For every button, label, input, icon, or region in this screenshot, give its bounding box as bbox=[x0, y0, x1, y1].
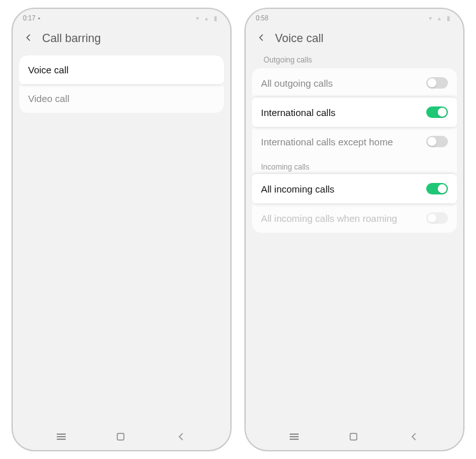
nav-home-icon[interactable] bbox=[115, 431, 126, 442]
nav-back-icon[interactable] bbox=[408, 431, 420, 442]
nav-bar bbox=[246, 423, 463, 450]
item-label: International calls bbox=[261, 107, 336, 118]
nav-bar bbox=[13, 423, 230, 450]
back-icon[interactable] bbox=[257, 33, 266, 45]
nav-recent-icon[interactable] bbox=[290, 433, 299, 440]
status-bar: 0:17 ▪ ▾▴▮ bbox=[13, 9, 230, 24]
row-all-incoming[interactable]: All incoming calls bbox=[252, 174, 457, 203]
row-incoming-roaming: All incoming calls when roaming bbox=[252, 203, 457, 233]
section-incoming: Incoming calls bbox=[252, 156, 457, 174]
outgoing-card: All outgoing calls International calls I… bbox=[252, 68, 457, 233]
header: Call barring bbox=[13, 24, 230, 55]
status-icons: ▾▴▮ bbox=[196, 15, 220, 21]
page-title: Voice call bbox=[275, 32, 324, 45]
svg-rect-1 bbox=[350, 433, 357, 441]
item-label: All incoming calls bbox=[261, 184, 334, 194]
list-item-video-call[interactable]: Video call bbox=[19, 84, 224, 113]
toggle bbox=[426, 212, 448, 224]
item-label: All incoming calls when roaming bbox=[261, 213, 397, 224]
nav-home-icon[interactable] bbox=[348, 431, 359, 442]
status-time: 0:17 bbox=[23, 15, 35, 22]
svg-rect-0 bbox=[117, 433, 124, 441]
item-label: Video call bbox=[28, 93, 70, 104]
toggle[interactable] bbox=[426, 77, 448, 89]
item-label: All outgoing calls bbox=[261, 78, 333, 89]
list-item-voice-call[interactable]: Voice call bbox=[19, 55, 224, 84]
toggle[interactable] bbox=[426, 106, 448, 118]
item-label: International calls except home bbox=[261, 136, 393, 147]
toggle[interactable] bbox=[426, 183, 448, 194]
status-icons: ▾▴▮ bbox=[429, 15, 453, 21]
nav-recent-icon[interactable] bbox=[57, 433, 66, 440]
list-card: Voice call Video call bbox=[19, 55, 224, 113]
row-international[interactable]: International calls bbox=[252, 98, 457, 127]
nav-back-icon[interactable] bbox=[175, 431, 187, 442]
notification-icon: ▪ bbox=[38, 15, 40, 22]
status-bar: 0:58 ▾▴▮ bbox=[246, 9, 463, 24]
header: Voice call bbox=[246, 24, 463, 55]
section-outgoing: Outgoing calls bbox=[255, 55, 457, 68]
page-title: Call barring bbox=[42, 32, 101, 45]
phone-left: 0:17 ▪ ▾▴▮ Call barring Voice call Video… bbox=[11, 8, 232, 451]
row-all-outgoing[interactable]: All outgoing calls bbox=[252, 68, 457, 98]
toggle[interactable] bbox=[426, 136, 448, 147]
row-international-except-home[interactable]: International calls except home bbox=[252, 127, 457, 156]
phone-right: 0:58 ▾▴▮ Voice call Outgoing calls All o… bbox=[244, 8, 465, 451]
status-time: 0:58 bbox=[256, 15, 268, 22]
back-icon[interactable] bbox=[24, 33, 33, 45]
item-label: Voice call bbox=[28, 64, 68, 75]
